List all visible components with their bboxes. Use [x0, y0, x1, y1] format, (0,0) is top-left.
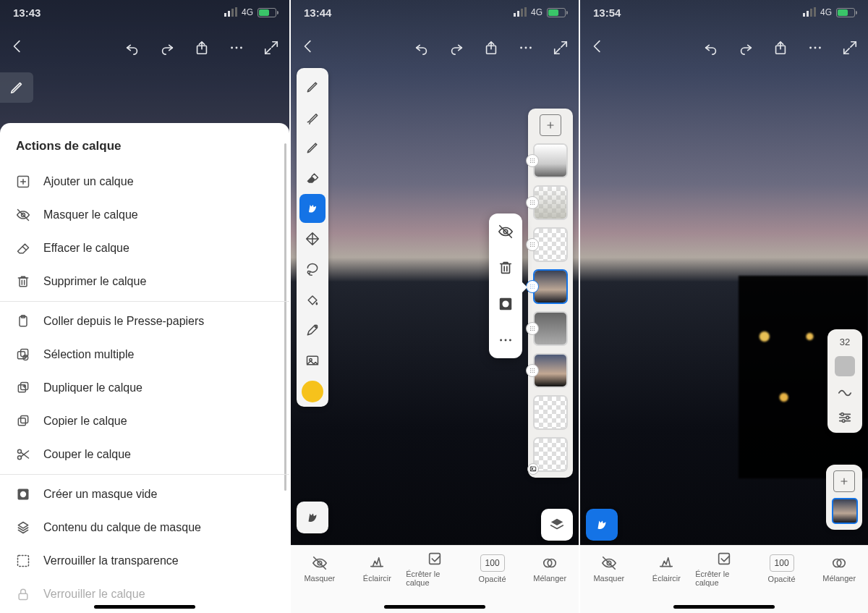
sliders-icon[interactable] [837, 410, 853, 426]
bb-label: Masquer [593, 574, 624, 583]
action-create-mask[interactable]: Créer un masque vide [0, 478, 289, 511]
layer-thumb[interactable] [533, 395, 568, 430]
layer-thumb[interactable] [533, 227, 568, 262]
action-hide-layer[interactable]: Masquer le calque [0, 198, 289, 232]
action-cut[interactable]: Couper le calque [0, 438, 289, 471]
bottom-toolbar: Masquer Éclaircir Écrêter le calque 100 … [580, 545, 868, 591]
share-button[interactable] [483, 40, 499, 56]
drag-handle-icon[interactable] [526, 364, 539, 377]
brush-size-badge[interactable] [0, 72, 33, 103]
home-indicator[interactable] [673, 605, 775, 609]
back-button[interactable] [301, 38, 317, 54]
lasso-tool[interactable] [299, 255, 326, 284]
layer-thumb[interactable] [533, 311, 568, 346]
canvas-bg[interactable] [580, 0, 868, 613]
pencil-tool[interactable] [299, 72, 326, 101]
add-layer-button[interactable] [833, 470, 855, 492]
bb-clip[interactable]: Écrêter le calque [695, 551, 753, 587]
fullscreen-button[interactable] [553, 40, 569, 56]
layer-thumb-selected[interactable] [832, 498, 858, 524]
layer-thumb[interactable] [533, 353, 568, 388]
image-badge-icon [527, 463, 539, 475]
undo-button[interactable] [703, 40, 719, 56]
multiselect-icon [16, 347, 30, 362]
fullscreen-button[interactable] [263, 40, 279, 56]
eyedropper-tool[interactable] [299, 316, 326, 344]
more-button[interactable] [518, 40, 534, 56]
bb-clip[interactable]: Écrêter le calque [406, 551, 464, 587]
action-mask-content[interactable]: Contenu du calque de masque [0, 511, 289, 544]
popover-delete[interactable] [489, 250, 522, 286]
action-paste[interactable]: Coller depuis le Presse-papiers [0, 305, 289, 338]
home-indicator[interactable] [94, 605, 195, 609]
eraser-tool[interactable] [299, 164, 326, 193]
brush-tool[interactable] [299, 103, 326, 132]
action-label: Contenu du calque de masque [43, 521, 201, 534]
opacity-value: 100 [480, 554, 505, 572]
network-label: 4G [820, 7, 832, 17]
redo-button[interactable] [738, 40, 754, 56]
action-copy[interactable]: Copier le calque [0, 405, 289, 438]
more-button[interactable] [807, 40, 823, 56]
erase-icon [16, 241, 30, 255]
redo-button[interactable] [448, 40, 464, 56]
layer-thumb-selected[interactable] [533, 269, 568, 304]
bb-opacity[interactable]: 100 Opacité [753, 554, 811, 583]
layer-thumb[interactable] [533, 185, 568, 220]
add-icon [16, 174, 30, 189]
action-duplicate[interactable]: Dupliquer le calque [0, 371, 289, 405]
more-button[interactable] [229, 40, 244, 56]
action-clear-layer[interactable]: Effacer le calque [0, 232, 289, 265]
bb-blend[interactable]: Mélanger [810, 555, 868, 583]
layer-thumb[interactable] [533, 437, 568, 472]
drag-handle-icon[interactable] [526, 154, 539, 167]
pencil2-tool[interactable] [299, 133, 326, 162]
layer-thumb[interactable] [533, 143, 568, 178]
drag-handle-icon[interactable] [526, 280, 539, 293]
drag-handle-icon[interactable] [526, 322, 539, 335]
status-bar: 13:44 4G [291, 0, 579, 25]
fill-tool[interactable] [299, 285, 326, 314]
flow-icon[interactable] [837, 385, 853, 401]
mask-content-icon [16, 520, 30, 535]
action-label: Ajouter un calque [43, 175, 134, 188]
action-label: Masquer le calque [43, 208, 138, 221]
add-layer-button[interactable] [540, 114, 561, 136]
drag-handle-icon[interactable] [526, 238, 539, 251]
action-multiselect[interactable]: Sélection multiple [0, 338, 289, 371]
popover-hide[interactable] [489, 214, 522, 250]
action-add-layer[interactable]: Ajouter un calque [0, 165, 289, 198]
bb-opacity[interactable]: 100 Opacité [464, 554, 522, 583]
drag-handle-icon[interactable] [526, 196, 539, 209]
duplicate-icon [16, 381, 30, 395]
redo-button[interactable] [159, 40, 175, 56]
move-tool[interactable] [299, 224, 326, 253]
undo-button[interactable] [124, 40, 140, 56]
popover-more[interactable] [489, 322, 522, 358]
back-button[interactable] [590, 38, 606, 54]
bb-lighten[interactable]: Éclaircir [349, 555, 407, 583]
bb-lighten[interactable]: Éclaircir [638, 555, 696, 583]
bb-blend[interactable]: Mélanger [521, 555, 579, 583]
brush-preview[interactable] [835, 356, 855, 376]
action-lock-alpha[interactable]: Verrouiller la transparence [0, 544, 289, 578]
home-indicator[interactable] [384, 605, 485, 609]
color-swatch[interactable] [302, 381, 323, 402]
smudge-tool[interactable] [299, 194, 326, 223]
bb-hide[interactable]: Masquer [580, 555, 638, 583]
action-delete-layer[interactable]: Supprimer le calque [0, 265, 289, 298]
share-button[interactable] [773, 40, 788, 56]
share-button[interactable] [194, 40, 210, 56]
layers-panel [528, 109, 573, 478]
bb-hide[interactable]: Masquer [291, 555, 349, 583]
fullscreen-button[interactable] [842, 40, 858, 56]
undo-button[interactable] [414, 40, 430, 56]
brush-settings-button[interactable] [586, 509, 618, 541]
bb-label: Opacité [768, 575, 796, 583]
brush-settings-button[interactable] [297, 502, 328, 533]
layers-toggle-button[interactable] [541, 509, 573, 541]
battery-icon [547, 8, 566, 17]
image-tool[interactable] [299, 346, 326, 375]
popover-mask[interactable] [489, 286, 522, 322]
back-button[interactable] [10, 38, 26, 54]
